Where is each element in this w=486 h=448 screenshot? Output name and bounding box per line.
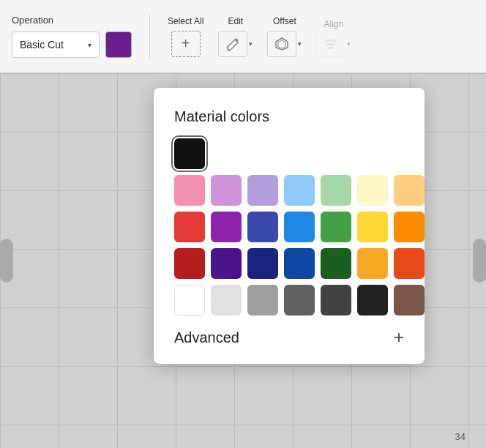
- color-cell[interactable]: [174, 212, 205, 242]
- color-row-4: [174, 285, 404, 316]
- color-cell[interactable]: [284, 248, 315, 279]
- offset-action[interactable]: Offset ▾: [267, 16, 302, 57]
- operation-value: Basic Cut: [20, 39, 82, 51]
- color-cell[interactable]: [394, 212, 425, 242]
- color-cell[interactable]: [174, 248, 205, 279]
- color-cell[interactable]: [357, 175, 388, 206]
- svg-rect-4: [326, 43, 335, 45]
- color-cell[interactable]: [321, 248, 351, 279]
- toolbar-actions: Select All + Edit ▾ Offset: [168, 16, 351, 57]
- offset-icon: [274, 36, 290, 52]
- color-cell[interactable]: [247, 285, 278, 316]
- offset-dropdown-arrow: ▾: [298, 40, 302, 48]
- color-cell-black[interactable]: [174, 138, 205, 169]
- align-action[interactable]: Align ▾: [316, 19, 351, 57]
- page-number: 34: [455, 431, 466, 442]
- select-all-action[interactable]: Select All +: [168, 16, 203, 57]
- offset-button[interactable]: [267, 31, 296, 57]
- color-cell[interactable]: [357, 285, 388, 316]
- color-cell[interactable]: [357, 248, 388, 279]
- color-cell[interactable]: [321, 175, 351, 206]
- select-all-button[interactable]: +: [171, 31, 201, 57]
- color-cell[interactable]: [211, 212, 242, 242]
- advanced-label: Advanced: [174, 329, 239, 346]
- align-icon: [323, 36, 339, 52]
- color-row-3: [174, 248, 404, 279]
- offset-label: Offset: [273, 16, 296, 26]
- color-cell[interactable]: [284, 212, 315, 242]
- edit-icon: [225, 36, 241, 52]
- align-button[interactable]: [316, 31, 345, 57]
- svg-marker-2: [278, 40, 285, 48]
- color-swatch-toolbar[interactable]: [105, 31, 132, 58]
- chevron-down-icon: ▾: [88, 41, 91, 49]
- color-cell-white[interactable]: [174, 285, 205, 316]
- edit-button[interactable]: [218, 31, 247, 57]
- operation-label: Operation: [12, 15, 53, 26]
- color-cell[interactable]: [394, 175, 425, 206]
- color-cell[interactable]: [247, 248, 278, 279]
- edit-action[interactable]: Edit ▾: [218, 16, 253, 57]
- color-row-1: [174, 175, 404, 206]
- align-label: Align: [324, 19, 344, 29]
- operation-section: Operation Basic Cut ▾: [12, 15, 132, 58]
- advanced-row: Advanced +: [174, 329, 404, 346]
- advanced-plus-button[interactable]: +: [394, 329, 404, 346]
- edit-dropdown-arrow: ▾: [249, 40, 253, 48]
- color-cell[interactable]: [284, 175, 315, 206]
- color-cell[interactable]: [394, 248, 425, 279]
- toolbar: Operation Basic Cut ▾ Select All + Edit: [0, 0, 486, 73]
- color-cell[interactable]: [284, 285, 315, 316]
- color-cell[interactable]: [321, 285, 351, 316]
- color-picker-popup: Material colors: [154, 88, 425, 364]
- plus-icon: +: [182, 35, 190, 52]
- align-dropdown-arrow: ▾: [347, 40, 351, 48]
- toolbar-divider: [149, 15, 150, 59]
- color-row-2: [174, 212, 404, 242]
- operation-dropdown[interactable]: Basic Cut ▾: [12, 31, 100, 58]
- edit-control: ▾: [218, 31, 253, 57]
- color-cell[interactable]: [174, 175, 205, 206]
- color-cell[interactable]: [247, 175, 278, 206]
- svg-rect-3: [325, 40, 337, 42]
- scroll-right-handle[interactable]: [473, 239, 486, 283]
- offset-control: ▾: [267, 31, 302, 57]
- edit-label: Edit: [228, 16, 244, 26]
- color-cell[interactable]: [211, 175, 242, 206]
- align-control: ▾: [316, 31, 351, 57]
- color-cell[interactable]: [211, 285, 242, 316]
- color-cell-brown[interactable]: [394, 285, 425, 316]
- scroll-left-handle[interactable]: [0, 239, 13, 283]
- svg-rect-5: [328, 47, 334, 49]
- color-row-0: [174, 138, 404, 169]
- color-cell[interactable]: [321, 212, 351, 242]
- select-all-label: Select All: [168, 16, 203, 26]
- color-cell[interactable]: [211, 248, 242, 279]
- popup-title: Material colors: [174, 108, 404, 125]
- color-cell[interactable]: [247, 212, 278, 242]
- color-cell[interactable]: [357, 212, 388, 242]
- operation-controls: Basic Cut ▾: [12, 31, 132, 58]
